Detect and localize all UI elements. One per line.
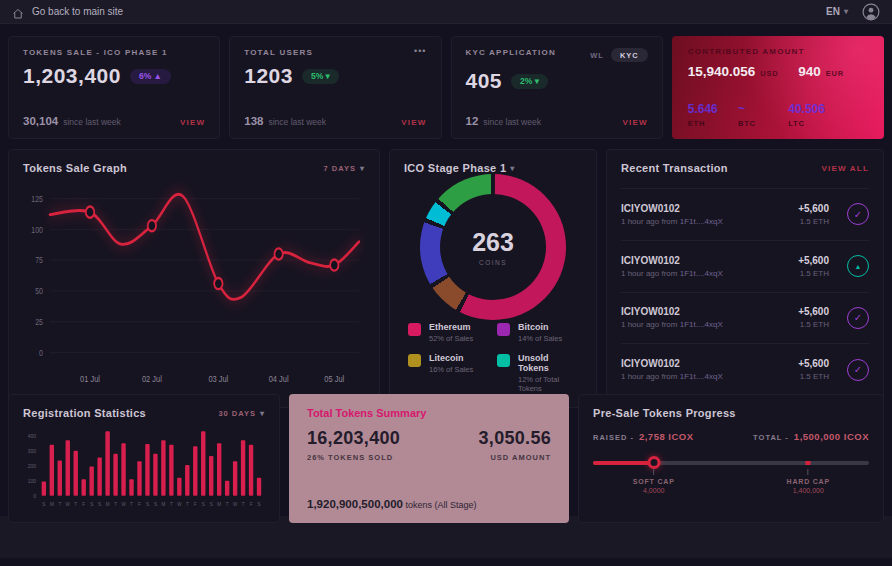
transaction-row[interactable]: ICIYOW0102 1 hour ago from 1F1t....4xqX … bbox=[621, 240, 869, 292]
transaction-status-icon bbox=[847, 255, 869, 277]
slider-handle[interactable] bbox=[647, 456, 660, 469]
eth-unit: ETH bbox=[688, 119, 738, 128]
svg-text:01 Jul: 01 Jul bbox=[80, 373, 100, 384]
slider-fill bbox=[593, 461, 654, 465]
svg-text:T: T bbox=[114, 502, 117, 507]
svg-text:W: W bbox=[66, 502, 71, 507]
soft-cap-marker: SOFT CAP 4,0000 bbox=[633, 469, 675, 494]
svg-text:F: F bbox=[250, 502, 253, 507]
contributed-amount-card: CONTRIBUTED AMOUNT 15,940.056 USD 940 EU… bbox=[672, 36, 884, 139]
kyc-value: 405 bbox=[466, 69, 503, 93]
back-label: Go back to main site bbox=[32, 6, 123, 17]
transaction-row[interactable]: ICIYOW0102 1 hour ago from 1F1t....4xqX … bbox=[621, 188, 869, 240]
legend-item-bitcoin: Bitcoin14% of Sales bbox=[497, 322, 578, 343]
svg-text:100: 100 bbox=[31, 225, 43, 235]
svg-text:05 Jul: 05 Jul bbox=[324, 373, 344, 384]
wallet-address: 1F1t....4xqX bbox=[680, 217, 723, 226]
delta-suffix: since last week bbox=[63, 117, 121, 127]
transaction-status-icon bbox=[847, 203, 869, 225]
language-selector[interactable]: EN ▾ bbox=[826, 6, 848, 17]
tokens-sale-card: TOKENS SALE - ICO PHASE 1 1,203,400 6% ▲… bbox=[8, 36, 220, 139]
chevron-down-icon: ▾ bbox=[844, 7, 848, 16]
litecoin-swatch bbox=[408, 354, 421, 367]
registration-statistics-panel: Registration Statistics 30 DAYS ▾ 010020… bbox=[8, 394, 280, 523]
svg-text:0: 0 bbox=[33, 493, 36, 499]
more-menu-icon[interactable]: ••• bbox=[414, 48, 426, 54]
svg-text:M: M bbox=[161, 502, 165, 507]
chevron-down-icon: ▾ bbox=[510, 164, 514, 173]
coins-label: COINS bbox=[479, 259, 507, 266]
chevron-down-icon: ▾ bbox=[260, 409, 265, 418]
card-label: TOKENS SALE - ICO PHASE 1 bbox=[23, 48, 168, 57]
view-button[interactable]: VIEW bbox=[401, 118, 426, 127]
hard-cap-marker: HARD CAP 1,400,000 bbox=[787, 469, 830, 494]
svg-text:M: M bbox=[106, 502, 110, 507]
eth-amount: 5.646 bbox=[688, 102, 738, 116]
svg-text:400: 400 bbox=[28, 433, 36, 439]
view-all-button[interactable]: VIEW ALL bbox=[821, 164, 869, 173]
raised-value: 2,758 ICOX bbox=[639, 431, 694, 442]
svg-text:300: 300 bbox=[28, 448, 36, 454]
panel-title: Pre-Sale Tokens Progress bbox=[593, 407, 736, 419]
tokens-sold-label: 26% TOKENS SOLD bbox=[307, 453, 400, 462]
eur-amount: 940 bbox=[798, 64, 821, 79]
svg-text:T: T bbox=[226, 502, 229, 507]
view-button[interactable]: VIEW bbox=[623, 118, 648, 127]
svg-text:T: T bbox=[74, 502, 77, 507]
view-button[interactable]: VIEW bbox=[180, 118, 205, 127]
wallet-address: 1F1t....4xqX bbox=[680, 320, 723, 329]
delta-value: 30,104 bbox=[23, 115, 58, 127]
svg-text:S: S bbox=[90, 502, 93, 507]
range-dropdown[interactable]: 7 DAYS ▾ bbox=[324, 164, 365, 173]
svg-text:F: F bbox=[194, 502, 197, 507]
panel-title: Tokens Sale Graph bbox=[23, 162, 127, 174]
kyc-application-card: KYC APPLICATION WL KYC 405 2% ▾ 12 since… bbox=[451, 36, 663, 139]
user-avatar[interactable] bbox=[862, 3, 880, 21]
kyc-toggle-option[interactable]: KYC bbox=[611, 48, 648, 62]
delta-suffix: since last week bbox=[483, 117, 541, 127]
svg-text:200: 200 bbox=[28, 463, 36, 469]
svg-text:02 Jul: 02 Jul bbox=[142, 373, 162, 384]
wl-toggle-option[interactable]: WL bbox=[590, 51, 604, 60]
total-users-card: TOTAL USERS ••• 1203 5% ▾ 138 since last… bbox=[229, 36, 441, 139]
legend-item-litecoin: Litecoin16% of Sales bbox=[408, 353, 489, 393]
delta-value: 12 bbox=[466, 115, 479, 127]
svg-text:T: T bbox=[242, 502, 245, 507]
range-dropdown[interactable]: 30 DAYS ▾ bbox=[218, 409, 265, 418]
legend-item-unsold: Unsold Tokens12% of Total Tokens bbox=[497, 353, 578, 393]
ico-stage-dropdown[interactable]: ICO Stage Phase 1 ▾ bbox=[404, 162, 515, 174]
back-to-main-site-link[interactable]: Go back to main site bbox=[12, 6, 123, 18]
recent-transaction-panel: Recent Transaction VIEW ALL ICIYOW0102 1… bbox=[606, 149, 884, 408]
svg-text:S: S bbox=[98, 502, 101, 507]
transaction-row[interactable]: ICIYOW0102 1 hour ago from 1F1t....4xqX … bbox=[621, 292, 869, 344]
transaction-row[interactable]: ICIYOW0102 1 hour ago from 1F1t....4xqX … bbox=[621, 343, 869, 395]
delta-value: 138 bbox=[244, 115, 263, 127]
card-label: CONTRIBUTED AMOUNT bbox=[688, 47, 868, 56]
transaction-status-icon bbox=[847, 307, 869, 329]
language-label: EN bbox=[826, 6, 840, 17]
card-label: KYC APPLICATION bbox=[466, 48, 556, 57]
svg-text:M: M bbox=[50, 502, 54, 507]
svg-text:M: M bbox=[217, 502, 221, 507]
presale-progress-panel: Pre-Sale Tokens Progress RAISED - 2,758 … bbox=[578, 394, 884, 523]
svg-text:W: W bbox=[121, 502, 126, 507]
total-value: 1,500,000 ICOX bbox=[794, 431, 869, 442]
svg-text:125: 125 bbox=[31, 194, 43, 204]
svg-text:S: S bbox=[258, 502, 261, 507]
topbar: Go back to main site EN ▾ bbox=[0, 0, 892, 24]
tokens-sale-line-chart: 025507510012501 Jul02 Jul03 Jul04 Jul05 … bbox=[23, 180, 365, 395]
eur-unit: EUR bbox=[826, 69, 844, 78]
presale-progress-slider[interactable]: SOFT CAP 4,0000 HARD CAP 1,400,000 bbox=[593, 456, 869, 496]
usd-unit: USD bbox=[760, 69, 778, 78]
svg-text:F: F bbox=[82, 502, 85, 507]
total-tokens-summary-card: Total Tokens Summary 16,203,400 26% TOKE… bbox=[289, 394, 569, 523]
svg-text:T: T bbox=[186, 502, 189, 507]
svg-text:S: S bbox=[146, 502, 149, 507]
svg-text:T: T bbox=[58, 502, 61, 507]
coins-count: 263 bbox=[472, 228, 514, 257]
wl-kyc-toggle: WL KYC bbox=[590, 48, 648, 62]
ltc-amount: 40.506 bbox=[788, 102, 838, 116]
panel-title: Registration Statistics bbox=[23, 407, 146, 419]
svg-text:S: S bbox=[154, 502, 157, 507]
usd-amount: 15,940.056 bbox=[688, 64, 756, 79]
